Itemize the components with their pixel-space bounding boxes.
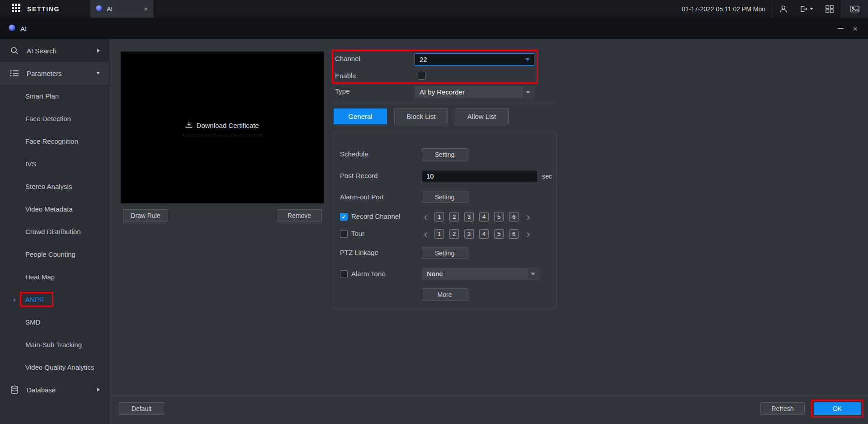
sidebar-item-label: Crowd Distribution [25, 228, 81, 236]
sidebar-item-people-counting[interactable]: People Counting [0, 243, 109, 265]
close-icon[interactable]: × [853, 24, 858, 33]
schedule-label: Schedule [340, 150, 368, 159]
sidebar-item-label: ANPR [25, 296, 44, 303]
channel-select[interactable]: 22 [415, 53, 534, 66]
divider [333, 102, 557, 102]
tour-chip-4[interactable]: 4 [479, 229, 489, 239]
chevron-down-icon [96, 72, 100, 75]
tab-ai[interactable]: AI × [90, 0, 153, 18]
type-value: AI by Recorder [420, 88, 465, 96]
post-record-label: Post-Record [340, 171, 377, 180]
preview-image-icon[interactable] [841, 0, 868, 18]
sidebar-item-main-sub-tracking[interactable]: Main-Sub Tracking [0, 333, 109, 356]
sidebar-item-label: People Counting [25, 250, 75, 258]
video-canvas[interactable]: Download Certificate [121, 52, 324, 203]
prev-tour-channels-icon[interactable]: ‹ [422, 229, 429, 239]
more-button[interactable]: More [422, 288, 467, 301]
record-channel-chip-3[interactable]: 3 [464, 212, 474, 221]
ai-search-icon [10, 46, 19, 55]
current-item-arrow-icon: › [13, 296, 16, 303]
sidebar-item-video-quality-analytics[interactable]: Video Quality Analytics [0, 356, 109, 378]
download-certificate-label: Download Certificate [196, 122, 259, 129]
enable-checkbox[interactable] [418, 72, 425, 80]
tour-chip-6[interactable]: 6 [509, 229, 519, 239]
tour-chip-2[interactable]: 2 [449, 229, 459, 239]
draw-rule-button[interactable]: Draw Rule [123, 209, 168, 221]
sidebar-item-database[interactable]: Database [0, 378, 109, 401]
sidebar-item-video-metadata[interactable]: Video Metadata [0, 198, 109, 220]
schedule-setting-button[interactable]: Setting [422, 148, 467, 160]
sidebar-item-smart-plan[interactable]: Smart Plan [0, 85, 109, 107]
channel-value: 22 [420, 56, 427, 63]
layout-grid-icon[interactable] [818, 0, 841, 18]
tour-chip-5[interactable]: 5 [494, 229, 504, 239]
sidebar-item-parameters[interactable]: Parameters [0, 62, 109, 85]
user-icon[interactable] [772, 0, 795, 18]
next-channels-icon[interactable]: › [525, 212, 532, 221]
alarm-tone-checkbox[interactable] [340, 270, 348, 278]
alarm-out-port-label: Alarm-out Port [340, 193, 384, 202]
sidebar-item-ai-search[interactable]: AI Search [0, 39, 109, 62]
chevron-down-icon [527, 268, 539, 279]
ptz-setting-button[interactable]: Setting [422, 247, 467, 259]
post-record-input[interactable] [422, 170, 538, 182]
prev-channels-icon[interactable]: ‹ [422, 212, 429, 221]
enable-label: Enable [335, 71, 356, 80]
minimize-icon[interactable] [838, 28, 844, 29]
chevron-right-icon [97, 49, 100, 52]
caret [526, 91, 530, 94]
sidebar-item-heat-map[interactable]: Heat Map [0, 265, 109, 288]
alarm-tone-select[interactable]: None [422, 268, 539, 280]
record-channel-chip-1[interactable]: 1 [434, 212, 444, 221]
record-channel-checkbox[interactable]: ✓ [340, 213, 348, 221]
general-settings-panel: Schedule Setting Post-Record sec Alarm-o… [333, 133, 557, 308]
sidebar-item-stereo-analysis[interactable]: Stereo Analysis [0, 175, 109, 198]
tour-chip-1[interactable]: 1 [434, 229, 444, 239]
record-channel-chip-2[interactable]: 2 [449, 212, 459, 221]
tab-block-list[interactable]: Block List [394, 108, 448, 124]
tour-chip-3[interactable]: 3 [464, 229, 474, 239]
chevron-right-icon [97, 388, 100, 391]
sidebar-item-label: Face Recognition [25, 137, 78, 145]
alarm-out-setting-button[interactable]: Setting [422, 191, 467, 203]
system-datetime: 01-17-2022 05:11:02 PM Mon [682, 5, 765, 13]
ok-button[interactable]: OK [814, 402, 861, 415]
sidebar-item-face-recognition[interactable]: Face Recognition [0, 130, 109, 152]
download-certificate-link[interactable]: Download Certificate [183, 121, 261, 134]
sidebar-item-label: Main-Sub Tracking [25, 341, 82, 349]
next-tour-channels-icon[interactable]: › [525, 229, 532, 239]
sidebar-item-face-detection[interactable]: Face Detection [0, 107, 109, 130]
sidebar-item-label: IVS [25, 160, 36, 168]
app-window: SETTING AI × 01-17-2022 05:11:02 PM Mon [0, 0, 868, 424]
parameters-list-icon [10, 69, 19, 77]
sidebar-item-smd[interactable]: SMD [0, 311, 109, 333]
chevron-down-icon [810, 8, 813, 10]
logout-icon[interactable] [795, 0, 818, 18]
chevron-down-icon [522, 86, 534, 98]
download-icon [185, 121, 193, 130]
type-label: Type [335, 87, 350, 96]
default-button[interactable]: Default [119, 402, 164, 415]
sidebar-item-label: SMD [25, 318, 40, 326]
window-icon [9, 24, 15, 33]
sidebar-item-ivs[interactable]: IVS [0, 152, 109, 175]
type-select[interactable]: AI by Recorder [415, 86, 534, 98]
tab-general[interactable]: General [334, 108, 387, 124]
setting-menu[interactable]: SETTING [0, 4, 90, 14]
tour-checkbox[interactable] [340, 230, 348, 238]
refresh-button[interactable]: Refresh [760, 402, 805, 415]
sidebar-item-label: Smart Plan [25, 92, 59, 100]
remove-button[interactable]: Remove [277, 209, 322, 221]
tab-allow-list[interactable]: Allow List [455, 108, 509, 124]
tab-close-icon[interactable]: × [144, 5, 148, 12]
sidebar-item-anpr[interactable]: › ANPR [0, 288, 109, 311]
sidebar-group-label: Parameters [27, 70, 89, 77]
record-channel-chip-6[interactable]: 6 [509, 212, 519, 221]
system-top-bar: SETTING AI × 01-17-2022 05:11:02 PM Mon [0, 0, 868, 18]
record-channel-chip-4[interactable]: 4 [479, 212, 489, 221]
ptz-linkage-label: PTZ Linkage [340, 248, 378, 257]
record-channel-chip-5[interactable]: 5 [494, 212, 504, 221]
sidebar-item-crowd-distribution[interactable]: Crowd Distribution [0, 220, 109, 243]
sidebar-item-label: Video Quality Analytics [25, 363, 94, 371]
chevron-down-icon [525, 58, 530, 61]
